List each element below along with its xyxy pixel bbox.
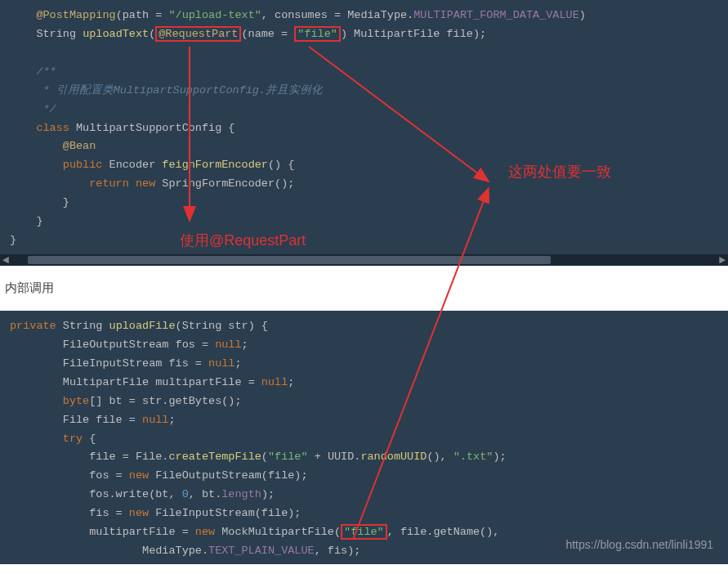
code-token: ) MultipartFile file); (341, 28, 486, 40)
code-token: (path = (116, 9, 169, 21)
code-token: MediaType. (142, 545, 208, 557)
code-token: } (10, 234, 16, 246)
code-token: ( (261, 451, 268, 463)
horizontal-scrollbar[interactable]: ◄ ► (0, 254, 728, 266)
code-lines-bottom: private String uploadFile(String str) { … (0, 317, 728, 561)
code-token: (String str) { (176, 320, 268, 332)
code-token: randomUUID (360, 451, 427, 463)
code-token: null (208, 357, 234, 370)
code-token: String (63, 320, 109, 332)
code-line: } (0, 194, 728, 213)
code-token: ; (168, 414, 175, 426)
code-token (10, 47, 16, 59)
code-token: , bt. (189, 488, 222, 500)
code-token: SpringFormEncoder(); (162, 177, 294, 190)
code-token: uploadText (83, 28, 149, 40)
code-token: ); (261, 488, 275, 500)
code-token: ; (288, 376, 294, 388)
scrollbar-thumb[interactable] (28, 256, 551, 264)
code-line: * 引用配置类MultipartSupportConfig.并且实例化 (0, 82, 728, 101)
code-line: fos.write(bt, 0, bt.length); (0, 486, 728, 504)
scrollbar-track[interactable] (11, 256, 717, 264)
code-token: public (63, 159, 109, 171)
code-token: try (63, 433, 89, 445)
code-token: fos.write(bt, (89, 488, 181, 500)
code-token: 0 (182, 488, 189, 500)
code-line: private String uploadFile(String str) { (0, 317, 728, 336)
code-token: + UUID. (308, 451, 361, 463)
code-line: FileOutputStream fos = null; (0, 336, 728, 355)
code-token: FileInputStream fis = (63, 357, 208, 370)
code-token: null (215, 339, 241, 351)
scroll-left-arrow-icon[interactable]: ◄ (0, 254, 11, 266)
code-token: MULTIPART_FORM_DATA_VALUE (413, 9, 579, 21)
code-token: MultipartSupportConfig { (76, 122, 234, 134)
code-token: @Bean (63, 140, 96, 152)
code-line (0, 44, 728, 63)
code-line: class MultipartSupportConfig { (0, 119, 728, 138)
code-line: fos = new FileOutputStream(file); (0, 467, 728, 486)
code-editor-bottom: private String uploadFile(String str) { … (0, 311, 728, 564)
scroll-right-arrow-icon[interactable]: ► (717, 254, 728, 266)
code-token: () { (268, 159, 294, 171)
code-token: FileOutputStream fos = (63, 339, 215, 351)
code-line: @PostMapping(path = "/upload-text", cons… (0, 7, 728, 25)
code-line: @Bean (0, 137, 728, 156)
code-line: */ (0, 101, 728, 119)
code-token: byte (63, 395, 89, 407)
code-token: } (63, 196, 69, 209)
code-token: ; (234, 357, 241, 370)
code-token: multipartFile = (89, 526, 195, 538)
code-line: /** (0, 63, 728, 82)
code-token: { (89, 433, 96, 445)
code-line: String uploadText(@RequestPart(name = "f… (0, 25, 728, 44)
code-token: , file.getName(), (387, 526, 500, 538)
code-token: MultipartFile multipartFile = (63, 376, 261, 388)
code-line: return new SpringFormEncoder(); (0, 175, 728, 194)
code-token: */ (36, 103, 56, 115)
code-token: TEXT_PLAIN_VALUE (208, 545, 315, 557)
code-line: MultipartFile multipartFile = null; (0, 374, 728, 392)
code-token: ); (493, 451, 506, 463)
code-token: file = File. (89, 451, 168, 463)
code-token: feignFormEncoder (162, 159, 268, 171)
code-token: (name = (241, 28, 294, 40)
code-line: fis = new FileInputStream(file); (0, 504, 728, 523)
code-token: "/upload-text" (168, 9, 261, 21)
watermark-text: https://blog.csdn.net/linli1991 (565, 538, 713, 551)
code-token: /** (36, 65, 56, 78)
code-token: * 引用配置类MultipartSupportConfig.并且实例化 (36, 84, 323, 96)
code-token: class (36, 122, 76, 134)
code-line: try { (0, 430, 728, 449)
code-line: public Encoder feignFormEncoder() { (0, 156, 728, 175)
code-token: String (36, 28, 83, 40)
code-token: "file" (268, 451, 308, 463)
code-token: new (195, 526, 221, 538)
section-heading: 内部调用 (0, 266, 728, 311)
code-line: byte[] bt = str.getBytes(); (0, 392, 728, 411)
code-token: private (10, 320, 63, 332)
code-token: uploadFile (109, 320, 176, 332)
code-token: ".txt" (453, 451, 494, 463)
code-token: null (142, 414, 168, 426)
code-line: File file = null; (0, 411, 728, 430)
code-editor-top: @PostMapping(path = "/upload-text", cons… (0, 0, 728, 266)
code-line: file = File.createTempFile("file" + UUID… (0, 448, 728, 467)
code-token: @PostMapping (36, 9, 115, 21)
code-token: fos = (89, 469, 129, 482)
code-token: (), (427, 451, 453, 463)
code-token: fis = (89, 507, 129, 519)
code-line: FileInputStream fis = null; (0, 355, 728, 374)
code-token: [] bt = str.getBytes(); (89, 395, 241, 407)
code-token: , consumes = MediaType. (261, 9, 413, 21)
code-token: ) (579, 9, 586, 21)
code-token: ; (242, 339, 248, 351)
highlighted-token: "file" (341, 524, 387, 540)
code-token: FileInputStream(file); (155, 507, 301, 519)
code-token: Encoder (109, 159, 163, 171)
code-token: new (129, 507, 155, 519)
code-token: , fis); (315, 545, 361, 557)
code-token: createTempFile (168, 451, 261, 463)
code-token: } (36, 215, 42, 227)
code-token: new (129, 469, 155, 482)
